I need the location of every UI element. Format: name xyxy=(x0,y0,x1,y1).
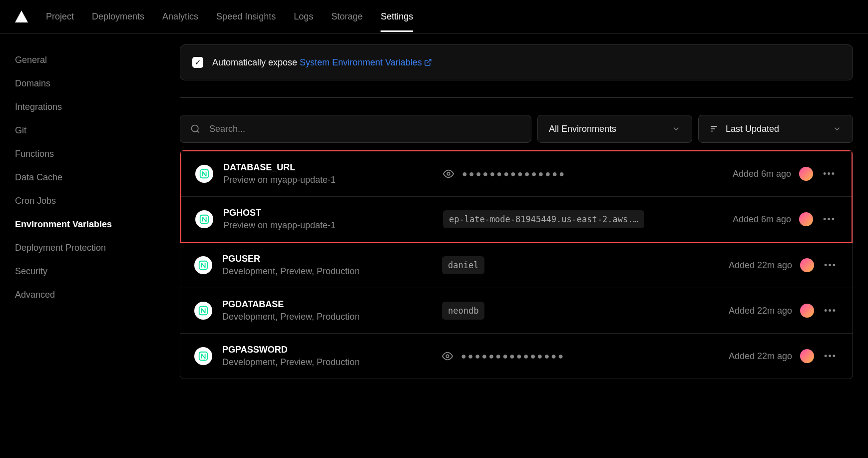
sidebar-item-cron-jobs[interactable]: Cron Jobs xyxy=(15,189,180,213)
auto-expose-label: Automatically expose System Environment … xyxy=(212,57,432,68)
eye-icon[interactable] xyxy=(443,168,454,179)
env-var-row: PGDATABASE Development, Preview, Product… xyxy=(180,288,853,334)
env-var-value: neondb xyxy=(442,302,484,320)
sidebar-item-git[interactable]: Git xyxy=(15,119,180,142)
env-var-value: daniel xyxy=(442,256,484,274)
sidebar-item-integrations[interactable]: Integrations xyxy=(15,95,180,119)
integration-icon xyxy=(194,302,212,320)
svg-line-2 xyxy=(197,131,199,133)
added-timestamp: Added 22m ago xyxy=(729,306,792,316)
sidebar-item-environment-variables[interactable]: Environment Variables xyxy=(15,213,180,236)
environment-filter-dropdown[interactable]: All Environments xyxy=(537,115,692,143)
sidebar-item-general[interactable]: General xyxy=(15,48,180,72)
env-var-scope: Development, Preview, Production xyxy=(222,357,432,368)
author-avatar[interactable] xyxy=(800,349,814,363)
sort-dropdown[interactable]: Last Updated xyxy=(698,115,853,143)
env-var-key: PGPASSWORD xyxy=(222,345,432,355)
masked-value: ●●●●●●●●●●●●●●● xyxy=(461,351,565,362)
top-nav: ProjectDeploymentsAnalyticsSpeed Insight… xyxy=(0,0,868,33)
search-icon xyxy=(190,124,200,134)
added-timestamp: Added 6m ago xyxy=(733,214,791,225)
svg-point-7 xyxy=(447,172,450,175)
settings-sidebar: GeneralDomainsIntegrationsGitFunctionsDa… xyxy=(15,44,180,379)
more-menu-button[interactable]: ••• xyxy=(822,260,839,271)
more-menu-button[interactable]: ••• xyxy=(821,169,838,179)
env-vars-table: DATABASE_URL Preview on myapp-update-1 ●… xyxy=(180,150,853,379)
svg-line-0 xyxy=(428,59,431,63)
more-menu-button[interactable]: ••• xyxy=(822,306,839,316)
added-timestamp: Added 22m ago xyxy=(729,260,792,271)
nav-analytics[interactable]: Analytics xyxy=(162,1,198,32)
added-timestamp: Added 22m ago xyxy=(729,351,792,362)
search-box[interactable] xyxy=(180,115,531,143)
chevron-down-icon xyxy=(672,124,681,133)
integration-icon xyxy=(195,165,213,183)
more-menu-button[interactable]: ••• xyxy=(821,214,838,225)
sidebar-item-security[interactable]: Security xyxy=(15,260,180,283)
sidebar-item-advanced[interactable]: Advanced xyxy=(15,283,180,307)
sidebar-item-functions[interactable]: Functions xyxy=(15,142,180,166)
env-var-scope: Preview on myapp-update-1 xyxy=(223,175,433,185)
more-menu-button[interactable]: ••• xyxy=(822,351,839,362)
author-avatar[interactable] xyxy=(800,258,814,272)
nav-storage[interactable]: Storage xyxy=(331,1,363,32)
content-area: ✓ Automatically expose System Environmen… xyxy=(180,44,853,379)
system-env-vars-link[interactable]: System Environment Variables xyxy=(300,57,432,67)
env-var-key: PGDATABASE xyxy=(222,299,432,310)
highlighted-rows: DATABASE_URL Preview on myapp-update-1 ●… xyxy=(180,150,853,243)
search-input[interactable] xyxy=(209,124,521,134)
added-timestamp: Added 6m ago xyxy=(733,169,791,179)
divider xyxy=(180,97,853,98)
auto-expose-box: ✓ Automatically expose System Environmen… xyxy=(180,44,853,80)
env-var-key: DATABASE_URL xyxy=(223,162,433,173)
nav-logs[interactable]: Logs xyxy=(294,1,313,32)
env-var-scope: Development, Preview, Production xyxy=(222,312,432,322)
env-var-row: DATABASE_URL Preview on myapp-update-1 ●… xyxy=(181,151,852,197)
nav-settings[interactable]: Settings xyxy=(381,1,413,32)
masked-value: ●●●●●●●●●●●●●●● xyxy=(462,169,566,179)
svg-point-1 xyxy=(192,125,198,132)
sidebar-item-domains[interactable]: Domains xyxy=(15,72,180,95)
env-var-key: PGUSER xyxy=(222,254,432,264)
author-avatar[interactable] xyxy=(799,212,813,226)
author-avatar[interactable] xyxy=(800,304,814,318)
env-var-key: PGHOST xyxy=(223,208,433,218)
chevron-down-icon xyxy=(833,124,842,133)
env-var-value: ep-late-mode-81945449.us-east-2.aws.… xyxy=(443,210,644,228)
env-var-row: PGPASSWORD Development, Preview, Product… xyxy=(180,334,853,379)
env-var-row: PGUSER Development, Preview, Production … xyxy=(180,243,853,288)
auto-expose-checkbox[interactable]: ✓ xyxy=(192,57,203,68)
logo-triangle-icon[interactable] xyxy=(15,10,28,22)
filters-row: All Environments Last Updated xyxy=(180,115,853,143)
nav-deployments[interactable]: Deployments xyxy=(92,1,144,32)
nav-speed-insights[interactable]: Speed Insights xyxy=(216,1,276,32)
nav-project[interactable]: Project xyxy=(46,1,74,32)
sort-icon xyxy=(710,124,719,133)
integration-icon xyxy=(195,210,213,228)
sidebar-item-deployment-protection[interactable]: Deployment Protection xyxy=(15,236,180,260)
env-var-scope: Development, Preview, Production xyxy=(222,266,432,277)
integration-icon xyxy=(194,347,212,365)
integration-icon xyxy=(194,256,212,274)
author-avatar[interactable] xyxy=(799,167,813,181)
env-var-scope: Preview on myapp-update-1 xyxy=(223,220,433,231)
sidebar-item-data-cache[interactable]: Data Cache xyxy=(15,166,180,189)
env-var-row: PGHOST Preview on myapp-update-1 ep-late… xyxy=(181,197,852,242)
external-link-icon xyxy=(424,57,432,68)
eye-icon[interactable] xyxy=(442,351,453,362)
svg-point-12 xyxy=(446,355,449,358)
